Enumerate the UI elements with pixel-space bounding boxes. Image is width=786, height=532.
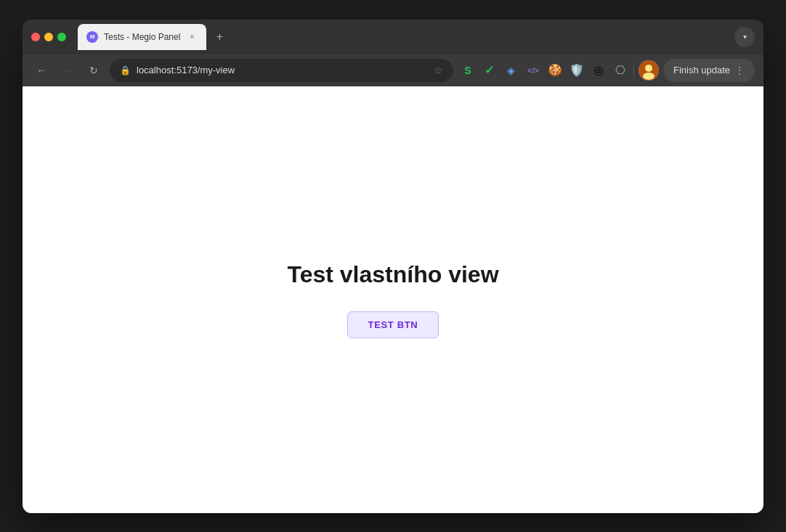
address-bar[interactable]: 🔒 localhost:5173/my-view ☆ (110, 59, 453, 82)
nav-divider (633, 63, 634, 78)
minimize-window-button[interactable] (44, 33, 53, 41)
profile-avatar[interactable] (639, 60, 659, 81)
extension-cookie-icon[interactable]: 🍪 (546, 62, 564, 79)
svg-point-2 (643, 73, 655, 80)
tab-title: Tests - Megio Panel (104, 32, 180, 42)
avatar-image (639, 60, 659, 81)
extension-code-icon[interactable]: </> (524, 62, 542, 79)
tab-favicon: M (86, 31, 98, 43)
extension-circle-icon[interactable]: ◎ (590, 62, 607, 79)
browser-window: M Tests - Megio Panel × + ▾ ← → ↻ 🔒 loca… (23, 20, 763, 513)
finish-update-button[interactable]: Finish update ⋮ (663, 59, 755, 82)
maximize-window-button[interactable] (57, 33, 66, 41)
tabs-dropdown-button[interactable]: ▾ (734, 27, 755, 47)
new-tab-button[interactable]: + (209, 27, 230, 47)
finish-update-menu-icon: ⋮ (734, 65, 745, 76)
page-heading: Test vlastního view (287, 261, 498, 288)
active-tab[interactable]: M Tests - Megio Panel × (78, 24, 206, 50)
traffic-lights (31, 33, 66, 41)
close-window-button[interactable] (31, 33, 40, 41)
reload-button[interactable]: ↻ (84, 60, 104, 81)
test-btn-button[interactable]: TEST BTN (347, 311, 439, 338)
tab-bar: M Tests - Megio Panel × + ▾ (78, 24, 755, 50)
extension-shield-icon[interactable]: 🛡️ (568, 62, 586, 79)
page-content: Test vlastního view TEST BTN (23, 86, 763, 513)
back-button[interactable]: ← (31, 60, 52, 81)
svg-point-1 (645, 65, 652, 72)
tab-close-button[interactable]: × (186, 31, 198, 43)
extensions-area: S ✓ ◈ </> 🍪 🛡️ ◎ ⎔ (459, 59, 755, 82)
extension-tag-icon[interactable]: ◈ (503, 62, 520, 79)
nav-bar: ← → ↻ 🔒 localhost:5173/my-view ☆ S ✓ ◈ <… (23, 54, 763, 86)
extension-v-icon[interactable]: ✓ (481, 62, 498, 79)
address-text: localhost:5173/my-view (137, 65, 428, 75)
title-bar: M Tests - Megio Panel × + ▾ (23, 20, 763, 54)
forward-button[interactable]: → (57, 60, 78, 81)
extension-puzzle-icon[interactable]: ⎔ (612, 62, 629, 79)
bookmark-icon[interactable]: ☆ (434, 65, 443, 76)
extension-s-icon[interactable]: S (459, 62, 477, 79)
address-lock-icon: 🔒 (120, 65, 131, 75)
